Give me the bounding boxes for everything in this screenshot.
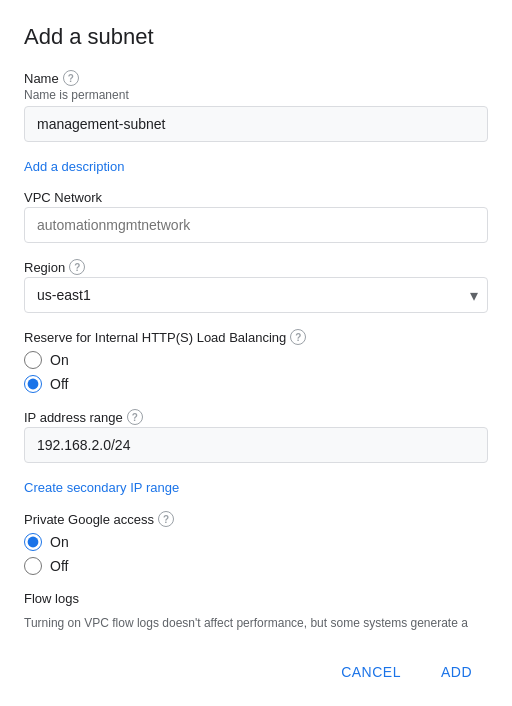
vpc-network-input[interactable] <box>24 207 488 243</box>
private-google-access-group: Private Google access ? On Off <box>24 511 488 575</box>
add-description-group: Add a description <box>24 158 488 174</box>
name-hint: Name is permanent <box>24 88 488 102</box>
ip-range-field-group: IP address range ? <box>24 409 488 463</box>
region-select[interactable]: us-east1 us-west1 us-central1 europe-wes… <box>24 277 488 313</box>
pga-on-label: On <box>50 534 69 550</box>
add-button[interactable]: ADD <box>425 654 488 690</box>
pga-off-radio-item[interactable]: Off <box>24 557 488 575</box>
region-label: Region ? <box>24 259 488 275</box>
lb-label: Reserve for Internal HTTP(S) Load Balanc… <box>24 329 488 345</box>
region-select-wrapper: us-east1 us-west1 us-central1 europe-wes… <box>24 277 488 313</box>
private-google-access-help-icon[interactable]: ? <box>158 511 174 527</box>
footer: CANCEL ADD <box>24 638 488 690</box>
name-help-icon[interactable]: ? <box>63 70 79 86</box>
pga-on-radio[interactable] <box>24 533 42 551</box>
lb-off-radio-item[interactable]: Off <box>24 375 488 393</box>
pga-off-radio[interactable] <box>24 557 42 575</box>
flow-logs-group: Flow logs Turning on VPC flow logs doesn… <box>24 591 488 630</box>
vpc-network-field-group: VPC Network <box>24 190 488 243</box>
lb-off-radio[interactable] <box>24 375 42 393</box>
page-title: Add a subnet <box>24 24 488 50</box>
lb-on-radio[interactable] <box>24 351 42 369</box>
private-google-access-label: Private Google access ? <box>24 511 488 527</box>
private-google-access-radio-group: On Off <box>24 533 488 575</box>
lb-field-group: Reserve for Internal HTTP(S) Load Balanc… <box>24 329 488 393</box>
pga-off-label: Off <box>50 558 68 574</box>
create-secondary-range-link[interactable]: Create secondary IP range <box>24 480 179 495</box>
name-field-group: Name ? Name is permanent <box>24 70 488 142</box>
ip-range-input[interactable] <box>24 427 488 463</box>
lb-on-radio-item[interactable]: On <box>24 351 488 369</box>
flow-logs-label: Flow logs <box>24 591 488 606</box>
lb-radio-group: On Off <box>24 351 488 393</box>
lb-help-icon[interactable]: ? <box>290 329 306 345</box>
lb-off-label: Off <box>50 376 68 392</box>
add-description-link[interactable]: Add a description <box>24 159 124 174</box>
page-container: Add a subnet Name ? Name is permanent Ad… <box>0 0 512 706</box>
lb-on-label: On <box>50 352 69 368</box>
region-help-icon[interactable]: ? <box>69 259 85 275</box>
ip-range-help-icon[interactable]: ? <box>127 409 143 425</box>
flow-logs-description: Turning on VPC flow logs doesn't affect … <box>24 614 488 630</box>
name-input[interactable] <box>24 106 488 142</box>
cancel-button[interactable]: CANCEL <box>325 654 417 690</box>
pga-on-radio-item[interactable]: On <box>24 533 488 551</box>
vpc-network-label: VPC Network <box>24 190 488 205</box>
region-field-group: Region ? us-east1 us-west1 us-central1 e… <box>24 259 488 313</box>
form-section: Name ? Name is permanent Add a descripti… <box>24 70 488 630</box>
name-label: Name ? <box>24 70 488 86</box>
secondary-range-group: Create secondary IP range <box>24 479 488 495</box>
ip-range-label: IP address range ? <box>24 409 488 425</box>
